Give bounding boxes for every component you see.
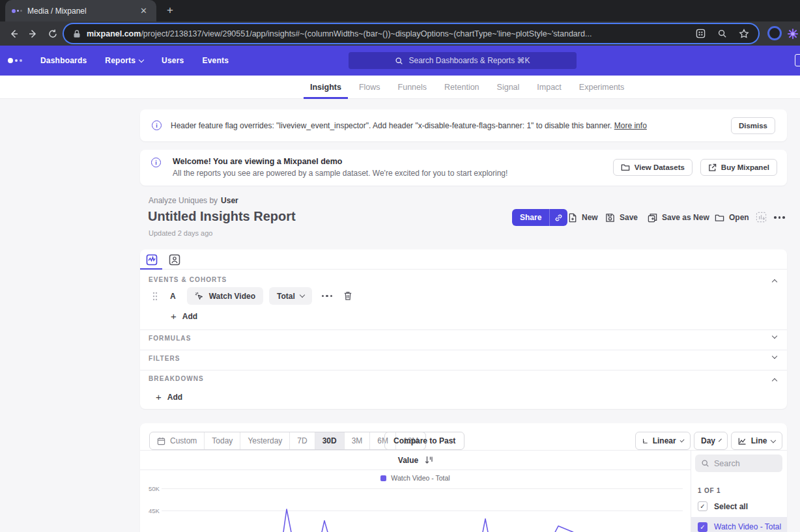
external-link-icon [708, 163, 717, 172]
chevron-down-icon [771, 437, 776, 442]
range-30d[interactable]: 30D [315, 432, 344, 449]
event-row: A Watch Video Total [152, 287, 352, 305]
tab-retention[interactable]: Retention [444, 76, 479, 99]
series-checkbox[interactable]: ✓ [698, 522, 707, 532]
bookmark-star-icon[interactable] [739, 29, 749, 39]
legend-label: Watch Video - Total [391, 474, 450, 482]
select-all-checkbox[interactable]: ✓ [698, 501, 707, 511]
events-metrics-tab[interactable] [146, 254, 158, 266]
save-as-new-button[interactable]: Save as New [648, 209, 709, 226]
save-button[interactable]: Save [605, 209, 638, 226]
calendar-icon [157, 437, 165, 445]
view-datasets-button[interactable]: View Datasets [613, 159, 693, 176]
active-tab-underline [140, 268, 162, 270]
aggregation-chip[interactable]: Total [269, 287, 312, 305]
analyze-value[interactable]: User [221, 196, 238, 205]
forward-icon[interactable] [25, 25, 42, 42]
tab-close-icon[interactable]: ✕ [137, 6, 150, 16]
welcome-banner: i Welcome! You are viewing a Mixpanel de… [140, 150, 787, 186]
url-domain: mixpanel.com [87, 29, 141, 38]
nav-dashboards[interactable]: Dashboards [40, 56, 87, 65]
range-custom[interactable]: Custom [150, 432, 204, 449]
extension-asterisk-icon[interactable] [784, 25, 800, 42]
add-to-dashboard-icon[interactable] [756, 212, 767, 223]
builder-tabs [140, 249, 787, 270]
value-column-header[interactable]: Value [140, 451, 691, 470]
breakdowns-label: BREAKDOWNS [149, 375, 204, 382]
event-chip[interactable]: Watch Video [187, 287, 263, 305]
chart-legend[interactable]: Watch Video - Total [140, 474, 691, 482]
tab-funnels[interactable]: Funnels [398, 76, 427, 99]
chart-type-dropdown[interactable]: Line [731, 432, 782, 450]
compare-to-past-button[interactable]: Compare to Past [384, 432, 464, 450]
drag-handle-icon[interactable] [152, 292, 158, 301]
copy-link-button[interactable] [549, 209, 567, 226]
nav-users[interactable]: Users [162, 56, 184, 65]
series-search-placeholder: Search [714, 459, 740, 468]
new-report-button[interactable]: New [568, 209, 598, 226]
scale-dropdown[interactable]: Linear [635, 432, 691, 450]
report-more-options[interactable] [774, 216, 785, 219]
report-title[interactable]: Untitled Insights Report [148, 209, 296, 224]
nav-events[interactable]: Events [202, 56, 229, 65]
mixpanel-logo[interactable] [8, 58, 30, 63]
share-split-button: Share [512, 209, 567, 226]
tab-flows[interactable]: Flows [359, 76, 380, 99]
open-button[interactable]: Open [715, 209, 749, 226]
series-row-watch-video[interactable]: ✓ Watch Video - Total [691, 517, 787, 532]
range-3m[interactable]: 3M [344, 432, 370, 449]
share-button[interactable]: Share [512, 209, 549, 226]
folder-open-icon [715, 214, 724, 222]
profiles-tab[interactable] [169, 254, 180, 266]
new-tab-button[interactable]: + [163, 4, 177, 18]
tab-impact[interactable]: Impact [537, 76, 562, 99]
interval-dropdown[interactable]: Day [694, 432, 728, 450]
file-plus-icon [568, 213, 577, 223]
range-yesterday[interactable]: Yesterday [240, 432, 289, 449]
add-event-button[interactable]: +Add [171, 312, 197, 321]
sort-icon [425, 456, 433, 464]
range-7d[interactable]: 7D [289, 432, 314, 449]
chart-card: Custom Today Yesterday 7D 30D 3M 6M 12M … [140, 423, 787, 532]
series-search-input[interactable]: Search [695, 455, 782, 472]
line-chart-plot[interactable]: 50K 45K [140, 485, 691, 532]
back-icon[interactable] [5, 25, 22, 42]
tab-experiments[interactable]: Experiments [579, 76, 624, 99]
dismiss-button[interactable]: Dismiss [731, 117, 775, 134]
nav-right-partial-icon[interactable] [795, 54, 800, 66]
mixpanel-top-nav: Dashboards Reports Users Events Search D… [0, 46, 800, 76]
add-breakdown-button[interactable]: +Add [156, 393, 182, 402]
report-updated: Updated 2 days ago [149, 229, 212, 237]
browser-tab[interactable]: Media / Mixpanel ✕ [5, 0, 156, 21]
range-today[interactable]: Today [204, 432, 240, 449]
flag-banner-text: Header feature flag overrides: "liveview… [171, 121, 647, 130]
nav-reports[interactable]: Reports [105, 56, 143, 65]
collapse-events-icon[interactable] [772, 279, 777, 285]
tab-insights[interactable]: Insights [310, 76, 341, 99]
expand-formulas-icon[interactable] [772, 333, 777, 339]
event-more-options[interactable] [322, 295, 333, 298]
tab-signal[interactable]: Signal [497, 76, 520, 99]
query-builder-card: EVENTS & COHORTS A Watch Video Total [140, 249, 787, 409]
browser-tab-title: Media / Mixpanel [27, 7, 137, 16]
search-url-icon[interactable] [717, 29, 727, 38]
browser-profile-avatar[interactable] [767, 26, 782, 40]
browser-tab-strip: Media / Mixpanel ✕ + [0, 0, 800, 21]
buy-mixpanel-button[interactable]: Buy Mixpanel [700, 159, 777, 176]
tab-groups-icon[interactable] [696, 29, 706, 38]
trash-icon[interactable] [343, 291, 352, 301]
search-icon [701, 459, 709, 468]
global-search-input[interactable]: Search Dashboards & Reports ⌘K [349, 52, 577, 69]
legend-swatch [380, 475, 386, 481]
select-all-row[interactable]: ✓ Select all [698, 501, 748, 511]
save-icon [605, 213, 615, 223]
mixpanel-favicon [12, 9, 22, 13]
link-icon [554, 214, 563, 222]
collapse-breakdowns-icon[interactable] [772, 378, 777, 384]
reload-icon[interactable] [44, 25, 61, 42]
address-bar[interactable]: mixpanel.com/project/2138137/view/290551… [64, 24, 758, 43]
expand-filters-icon[interactable] [772, 354, 777, 359]
more-info-link[interactable]: More info [614, 121, 647, 130]
info-icon: i [152, 120, 162, 130]
person-icon [169, 254, 180, 266]
